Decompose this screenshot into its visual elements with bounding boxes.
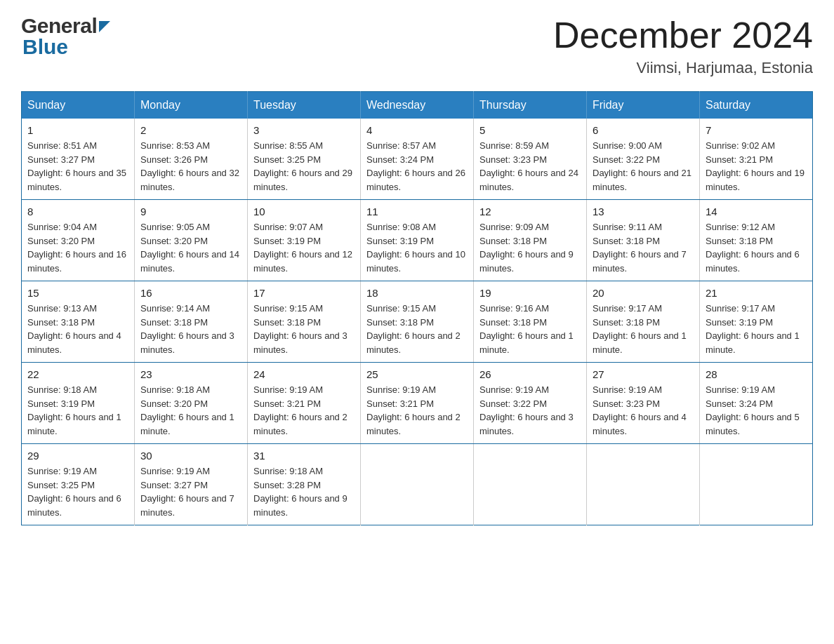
calendar-cell: 3 Sunrise: 8:55 AMSunset: 3:25 PMDayligh… bbox=[248, 119, 361, 200]
day-info: Sunrise: 9:16 AMSunset: 3:18 PMDaylight:… bbox=[479, 302, 581, 356]
day-info: Sunrise: 9:19 AMSunset: 3:27 PMDaylight:… bbox=[140, 464, 241, 519]
calendar-cell: 18 Sunrise: 9:15 AMSunset: 3:18 PMDaylig… bbox=[361, 281, 474, 363]
calendar-cell: 28 Sunrise: 9:19 AMSunset: 3:24 PMDaylig… bbox=[700, 363, 813, 444]
day-number: 1 bbox=[27, 124, 128, 136]
day-number: 8 bbox=[27, 206, 128, 217]
logo-general-text: General bbox=[21, 14, 97, 38]
day-info: Sunrise: 8:55 AMSunset: 3:25 PMDaylight:… bbox=[253, 139, 355, 194]
day-info: Sunrise: 9:11 AMSunset: 3:18 PMDaylight:… bbox=[593, 220, 694, 275]
calendar-week-2: 8 Sunrise: 9:04 AMSunset: 3:20 PMDayligh… bbox=[22, 200, 813, 281]
day-number: 26 bbox=[479, 368, 581, 380]
day-info: Sunrise: 9:13 AMSunset: 3:18 PMDaylight:… bbox=[27, 302, 128, 356]
calendar-cell: 15 Sunrise: 9:13 AMSunset: 3:18 PMDaylig… bbox=[22, 281, 135, 363]
day-number: 2 bbox=[140, 124, 241, 136]
location-text: Viimsi, Harjumaa, Estonia bbox=[553, 59, 813, 77]
calendar-cell: 26 Sunrise: 9:19 AMSunset: 3:22 PMDaylig… bbox=[474, 363, 587, 444]
day-number: 28 bbox=[706, 368, 807, 380]
calendar-header-saturday: Saturday bbox=[700, 92, 813, 119]
calendar-cell: 4 Sunrise: 8:57 AMSunset: 3:24 PMDayligh… bbox=[361, 119, 474, 200]
calendar-cell: 11 Sunrise: 9:08 AMSunset: 3:19 PMDaylig… bbox=[361, 200, 474, 281]
title-section: December 2024 Viimsi, Harjumaa, Estonia bbox=[553, 14, 813, 77]
day-info: Sunrise: 9:18 AMSunset: 3:28 PMDaylight:… bbox=[253, 464, 355, 519]
month-title: December 2024 bbox=[553, 14, 813, 56]
day-info: Sunrise: 9:18 AMSunset: 3:19 PMDaylight:… bbox=[27, 383, 128, 438]
day-number: 7 bbox=[706, 124, 807, 136]
calendar-cell: 2 Sunrise: 8:53 AMSunset: 3:26 PMDayligh… bbox=[135, 119, 248, 200]
calendar-cell: 27 Sunrise: 9:19 AMSunset: 3:23 PMDaylig… bbox=[587, 363, 700, 444]
day-number: 20 bbox=[593, 287, 694, 299]
calendar-cell: 10 Sunrise: 9:07 AMSunset: 3:19 PMDaylig… bbox=[248, 200, 361, 281]
logo-triangle-icon bbox=[99, 21, 110, 32]
day-info: Sunrise: 9:09 AMSunset: 3:18 PMDaylight:… bbox=[479, 220, 581, 275]
calendar-cell: 7 Sunrise: 9:02 AMSunset: 3:21 PMDayligh… bbox=[700, 119, 813, 200]
logo-blue-text: Blue bbox=[22, 35, 68, 59]
calendar-cell: 5 Sunrise: 8:59 AMSunset: 3:23 PMDayligh… bbox=[474, 119, 587, 200]
logo: General Blue bbox=[21, 14, 110, 59]
day-info: Sunrise: 9:15 AMSunset: 3:18 PMDaylight:… bbox=[366, 302, 468, 356]
calendar-cell: 25 Sunrise: 9:19 AMSunset: 3:21 PMDaylig… bbox=[361, 363, 474, 444]
calendar-cell bbox=[474, 444, 587, 525]
day-number: 9 bbox=[140, 206, 241, 217]
day-number: 22 bbox=[27, 368, 128, 380]
day-info: Sunrise: 9:19 AMSunset: 3:25 PMDaylight:… bbox=[27, 464, 128, 519]
calendar-header-wednesday: Wednesday bbox=[361, 92, 474, 119]
calendar-cell: 8 Sunrise: 9:04 AMSunset: 3:20 PMDayligh… bbox=[22, 200, 135, 281]
calendar-week-1: 1 Sunrise: 8:51 AMSunset: 3:27 PMDayligh… bbox=[22, 119, 813, 200]
page-header: General Blue December 2024 Viimsi, Harju… bbox=[21, 14, 813, 77]
day-number: 11 bbox=[366, 206, 468, 217]
calendar-header-tuesday: Tuesday bbox=[248, 92, 361, 119]
day-info: Sunrise: 9:18 AMSunset: 3:20 PMDaylight:… bbox=[140, 383, 241, 438]
calendar-header-thursday: Thursday bbox=[474, 92, 587, 119]
day-number: 23 bbox=[140, 368, 241, 380]
calendar-cell: 30 Sunrise: 9:19 AMSunset: 3:27 PMDaylig… bbox=[135, 444, 248, 525]
day-info: Sunrise: 8:59 AMSunset: 3:23 PMDaylight:… bbox=[479, 139, 581, 194]
day-number: 25 bbox=[366, 368, 468, 380]
calendar-cell: 31 Sunrise: 9:18 AMSunset: 3:28 PMDaylig… bbox=[248, 444, 361, 525]
calendar-cell: 17 Sunrise: 9:15 AMSunset: 3:18 PMDaylig… bbox=[248, 281, 361, 363]
day-info: Sunrise: 9:19 AMSunset: 3:23 PMDaylight:… bbox=[593, 383, 694, 438]
day-number: 27 bbox=[593, 368, 694, 380]
day-info: Sunrise: 9:08 AMSunset: 3:19 PMDaylight:… bbox=[366, 220, 468, 275]
day-info: Sunrise: 9:12 AMSunset: 3:18 PMDaylight:… bbox=[706, 220, 807, 275]
day-info: Sunrise: 8:57 AMSunset: 3:24 PMDaylight:… bbox=[366, 139, 468, 194]
calendar-week-5: 29 Sunrise: 9:19 AMSunset: 3:25 PMDaylig… bbox=[22, 444, 813, 525]
day-number: 17 bbox=[253, 287, 355, 299]
day-info: Sunrise: 9:19 AMSunset: 3:21 PMDaylight:… bbox=[253, 383, 355, 438]
day-number: 30 bbox=[140, 450, 241, 462]
day-info: Sunrise: 9:19 AMSunset: 3:24 PMDaylight:… bbox=[706, 383, 807, 438]
calendar-cell bbox=[700, 444, 813, 525]
calendar-cell: 20 Sunrise: 9:17 AMSunset: 3:18 PMDaylig… bbox=[587, 281, 700, 363]
calendar-cell: 16 Sunrise: 9:14 AMSunset: 3:18 PMDaylig… bbox=[135, 281, 248, 363]
day-number: 16 bbox=[140, 287, 241, 299]
calendar-cell: 24 Sunrise: 9:19 AMSunset: 3:21 PMDaylig… bbox=[248, 363, 361, 444]
calendar-cell: 1 Sunrise: 8:51 AMSunset: 3:27 PMDayligh… bbox=[22, 119, 135, 200]
calendar-header-monday: Monday bbox=[135, 92, 248, 119]
day-info: Sunrise: 9:19 AMSunset: 3:21 PMDaylight:… bbox=[366, 383, 468, 438]
calendar-table: SundayMondayTuesdayWednesdayThursdayFrid… bbox=[21, 91, 813, 525]
calendar-cell: 22 Sunrise: 9:18 AMSunset: 3:19 PMDaylig… bbox=[22, 363, 135, 444]
calendar-cell: 9 Sunrise: 9:05 AMSunset: 3:20 PMDayligh… bbox=[135, 200, 248, 281]
calendar-cell: 21 Sunrise: 9:17 AMSunset: 3:19 PMDaylig… bbox=[700, 281, 813, 363]
day-info: Sunrise: 9:17 AMSunset: 3:19 PMDaylight:… bbox=[706, 302, 807, 356]
calendar-header-row: SundayMondayTuesdayWednesdayThursdayFrid… bbox=[22, 92, 813, 119]
day-info: Sunrise: 9:04 AMSunset: 3:20 PMDaylight:… bbox=[27, 220, 128, 275]
day-number: 18 bbox=[366, 287, 468, 299]
day-info: Sunrise: 9:05 AMSunset: 3:20 PMDaylight:… bbox=[140, 220, 241, 275]
day-info: Sunrise: 9:17 AMSunset: 3:18 PMDaylight:… bbox=[593, 302, 694, 356]
day-info: Sunrise: 9:07 AMSunset: 3:19 PMDaylight:… bbox=[253, 220, 355, 275]
calendar-week-3: 15 Sunrise: 9:13 AMSunset: 3:18 PMDaylig… bbox=[22, 281, 813, 363]
day-info: Sunrise: 8:53 AMSunset: 3:26 PMDaylight:… bbox=[140, 139, 241, 194]
calendar-cell bbox=[361, 444, 474, 525]
calendar-cell: 13 Sunrise: 9:11 AMSunset: 3:18 PMDaylig… bbox=[587, 200, 700, 281]
day-number: 14 bbox=[706, 206, 807, 217]
calendar-cell bbox=[587, 444, 700, 525]
day-number: 31 bbox=[253, 450, 355, 462]
day-number: 10 bbox=[253, 206, 355, 217]
day-number: 5 bbox=[479, 124, 581, 136]
day-info: Sunrise: 9:00 AMSunset: 3:22 PMDaylight:… bbox=[593, 139, 694, 194]
calendar-header-friday: Friday bbox=[587, 92, 700, 119]
day-number: 21 bbox=[706, 287, 807, 299]
calendar-week-4: 22 Sunrise: 9:18 AMSunset: 3:19 PMDaylig… bbox=[22, 363, 813, 444]
day-info: Sunrise: 9:02 AMSunset: 3:21 PMDaylight:… bbox=[706, 139, 807, 194]
calendar-cell: 23 Sunrise: 9:18 AMSunset: 3:20 PMDaylig… bbox=[135, 363, 248, 444]
